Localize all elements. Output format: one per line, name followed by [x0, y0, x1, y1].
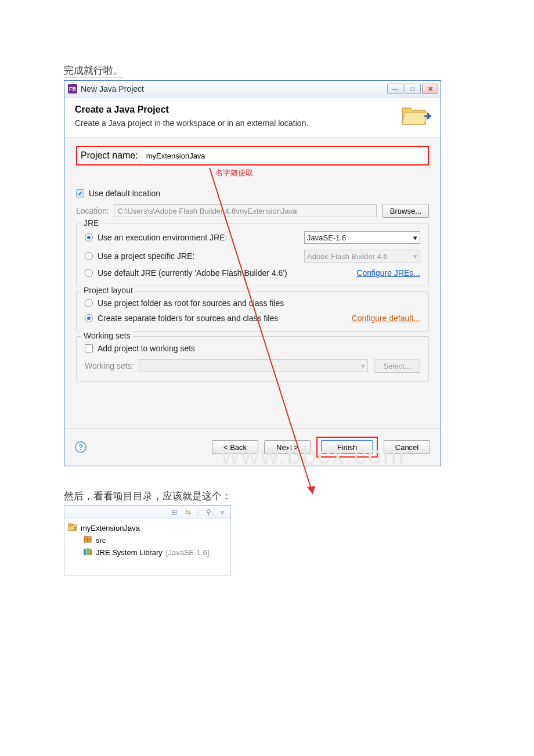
tree-src-node[interactable]: src — [68, 534, 227, 546]
jre-option-specific-radio[interactable] — [85, 252, 93, 260]
svg-rect-3 — [68, 524, 73, 526]
package-icon — [83, 535, 92, 545]
project-name-input[interactable] — [143, 149, 424, 162]
new-java-project-dialog: www.bbcx.com FB New Java Project — □ ✕ C… — [64, 80, 441, 466]
location-input — [114, 204, 377, 217]
add-to-working-sets-checkbox[interactable] — [85, 344, 93, 352]
package-explorer: ⊟ ⇆ | ⚲ ▿ J myExtensionJava src — [64, 505, 231, 575]
configure-default-link[interactable]: Configure default... — [352, 314, 420, 323]
filter-icon[interactable]: ⚲ — [204, 507, 213, 517]
jre-specific-select: Adobe Flash Builder 4.6 ▾ — [304, 250, 420, 262]
dialog-body: Project name: 名字随便取 Use default location… — [64, 138, 441, 428]
jre-option-default-label: Use default JRE (currently 'Adobe Flash … — [98, 268, 287, 278]
back-button[interactable]: < Back — [212, 440, 258, 454]
working-sets-title: Working sets — [81, 331, 133, 340]
project-name-note: 名字随便取 — [215, 168, 429, 178]
chevron-down-icon: ▾ — [413, 252, 417, 261]
jre-specific-value: Adobe Flash Builder 4.6 — [307, 252, 388, 261]
jre-env-select[interactable]: JavaSE-1.6 ▾ — [304, 231, 420, 244]
project-icon: J — [68, 523, 77, 533]
svg-rect-9 — [86, 548, 89, 555]
tree-jre-lib-node[interactable]: JRE System Library [JavaSE-1.6] — [68, 546, 227, 559]
select-working-sets-button: Select... — [374, 359, 420, 373]
tree-jre-lib-suffix: [JavaSE-1.6] — [166, 548, 209, 557]
chevron-down-icon: ▾ — [361, 362, 365, 370]
package-explorer-toolbar: ⊟ ⇆ | ⚲ ▿ — [64, 506, 230, 519]
next-button[interactable]: Next > — [264, 440, 311, 454]
tree-src-label: src — [96, 536, 106, 545]
project-layout-title: Project layout — [81, 286, 135, 295]
jre-group: JRE Use an execution environment JRE: Ja… — [76, 224, 429, 286]
layout-separate-label: Create separate folders for sources and … — [98, 314, 278, 323]
working-sets-label: Working sets: — [85, 361, 134, 370]
finish-button[interactable]: Finish — [321, 440, 373, 454]
cancel-button[interactable]: Cancel — [384, 440, 430, 454]
after-text: 然后，看看项目目录，应该就是这个： — [64, 489, 470, 503]
chevron-down-icon: ▾ — [413, 233, 417, 242]
maximize-button[interactable]: □ — [405, 84, 421, 94]
location-label: Location: — [76, 206, 109, 215]
dialog-banner: Create a Java Project Create a Java proj… — [64, 98, 441, 138]
close-button[interactable]: ✕ — [422, 84, 438, 94]
jre-option-specific-label: Use a project specific JRE: — [98, 251, 194, 261]
library-icon — [83, 548, 92, 557]
configure-jres-link[interactable]: Configure JREs... — [356, 268, 420, 278]
intro-text: 完成就行啦。 — [64, 64, 123, 78]
tree-project-node[interactable]: J myExtensionJava — [68, 522, 227, 534]
banner-heading: Create a Java Project — [75, 105, 430, 115]
help-icon[interactable]: ? — [75, 441, 86, 453]
app-icon: FB — [68, 84, 77, 93]
working-sets-group: Working sets Add project to working sets… — [76, 336, 429, 381]
link-editor-icon[interactable]: ⇆ — [183, 507, 193, 517]
use-default-location-checkbox[interactable] — [76, 189, 84, 197]
tree-project-label: myExtensionJava — [81, 524, 140, 532]
window-title: New Java Project — [81, 84, 387, 93]
collapse-all-icon[interactable]: ⊟ — [169, 507, 179, 517]
layout-separate-radio[interactable] — [85, 314, 93, 322]
svg-rect-8 — [84, 549, 86, 555]
jre-env-value: JavaSE-1.6 — [307, 233, 346, 242]
svg-rect-10 — [89, 549, 92, 555]
folder-icon — [401, 101, 431, 130]
tree-jre-lib-label: JRE System Library — [96, 548, 163, 557]
dialog-footer: ? < Back Next > Finish Cancel — [64, 428, 441, 466]
working-sets-select: ▾ — [139, 359, 368, 372]
browse-button[interactable]: Browse... — [383, 204, 429, 218]
layout-root-label: Use project folder as root for sources a… — [98, 298, 284, 308]
project-layout-group: Project layout Use project folder as roo… — [76, 291, 429, 332]
add-to-working-sets-label: Add project to working sets — [98, 344, 195, 353]
project-name-label: Project name: — [81, 150, 138, 161]
svg-text:J: J — [73, 526, 75, 531]
banner-description: Create a Java project in the workspace o… — [75, 118, 430, 128]
jre-option-env-radio[interactable] — [85, 233, 93, 242]
jre-option-env-label: Use an execution environment JRE: — [98, 233, 227, 242]
view-menu-icon[interactable]: ▿ — [218, 507, 227, 517]
use-default-location-label: Use default location — [89, 189, 160, 198]
minimize-button[interactable]: — — [387, 84, 403, 94]
jre-option-default-radio[interactable] — [85, 269, 93, 277]
jre-group-title: JRE — [81, 218, 101, 228]
layout-root-radio[interactable] — [85, 299, 93, 307]
titlebar: FB New Java Project — □ ✕ — [64, 81, 441, 98]
